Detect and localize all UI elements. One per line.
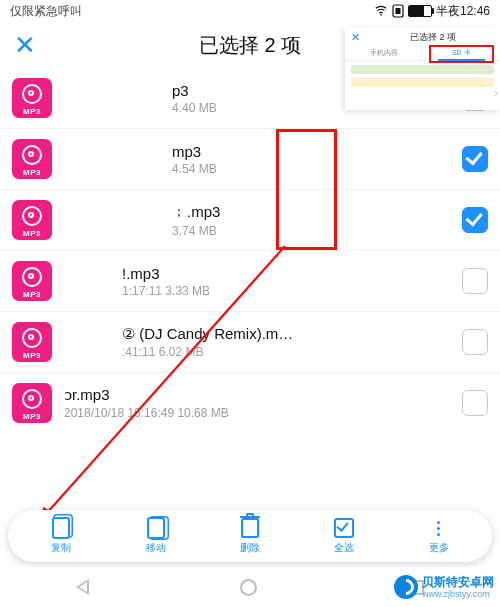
file-name: ② (DJ Candy Remix).m…	[122, 325, 462, 343]
file-text: ② (DJ Candy Remix).m…:41:11 6.02 MB	[52, 325, 462, 359]
file-name: !.mp3	[122, 265, 462, 282]
sim-icon	[392, 4, 404, 18]
file-text: ɔr.mp32018/10/18 16:16:49 10.68 MB	[52, 386, 462, 420]
copy-icon	[50, 517, 72, 539]
file-checkbox[interactable]	[462, 329, 488, 355]
move-icon	[145, 517, 167, 539]
status-right: 半夜12:46	[374, 3, 490, 20]
watermark: 贝斯特安卓网 www.zjbstyy.com	[394, 574, 494, 599]
action-more-label: 更多	[429, 541, 449, 555]
file-checkbox[interactable]	[462, 207, 488, 233]
action-delete-label: 删除	[240, 541, 260, 555]
action-bar: 复制 移动 删除 全选 更多	[8, 510, 492, 562]
nav-home-icon[interactable]	[240, 579, 257, 596]
file-row[interactable]: MP3mp34.54 MB	[0, 128, 500, 189]
action-more[interactable]: 更多	[415, 517, 463, 555]
battery-icon	[408, 5, 432, 17]
action-select-all-label: 全选	[334, 541, 354, 555]
watermark-line1: 贝斯特安卓网	[422, 575, 494, 589]
file-meta: 2018/10/18 16:16:49 10.68 MB	[64, 406, 462, 420]
select-all-icon	[333, 517, 355, 539]
close-icon[interactable]: ✕	[14, 32, 36, 58]
svg-rect-2	[395, 8, 400, 14]
file-row[interactable]: MP3ɔr.mp32018/10/18 16:16:49 10.68 MB	[0, 372, 500, 433]
inset-highlight	[429, 45, 495, 63]
file-meta: :41:11 6.02 MB	[122, 345, 462, 359]
mp3-icon: MP3	[12, 200, 52, 240]
mp3-icon: MP3	[12, 322, 52, 362]
file-row[interactable]: MP3② (DJ Candy Remix).m…:41:11 6.02 MB	[0, 311, 500, 372]
inset-title: 已选择 2 项	[366, 31, 500, 44]
svg-point-0	[380, 13, 382, 15]
action-copy-label: 复制	[51, 541, 71, 555]
inset-close-icon: ✕	[351, 31, 360, 44]
inset-bar-2	[351, 78, 494, 87]
action-copy[interactable]: 复制	[37, 517, 85, 555]
action-delete[interactable]: 删除	[226, 517, 274, 555]
file-checkbox[interactable]	[462, 146, 488, 172]
file-list: MP3p34.40 MBMP3mp34.54 MBMP3﹔.mp3 3.74 M…	[0, 68, 500, 541]
inset-tab-left: 手机内容	[345, 46, 423, 60]
mp3-icon: MP3	[12, 261, 52, 301]
trash-icon	[239, 517, 261, 539]
file-row[interactable]: MP3﹔.mp3 3.74 MB	[0, 189, 500, 250]
status-left-text: 仅限紧急呼叫	[10, 3, 82, 20]
inset-preview: ✕ 已选择 2 项 手机内容 SD 卡 ›	[345, 28, 500, 110]
action-move[interactable]: 移动	[132, 517, 180, 555]
wifi-icon	[374, 3, 388, 17]
file-row[interactable]: MP3!.mp31:17:11 3.33 MB	[0, 250, 500, 311]
status-bar: 仅限紧急呼叫 半夜12:46	[0, 0, 500, 22]
mp3-icon: MP3	[12, 78, 52, 118]
file-checkbox[interactable]	[462, 390, 488, 416]
status-time: 半夜12:46	[436, 3, 490, 20]
file-text: ﹔.mp3 3.74 MB	[52, 203, 462, 238]
file-meta: 1:17:11 3.33 MB	[122, 284, 462, 298]
action-select-all[interactable]: 全选	[320, 517, 368, 555]
more-icon	[428, 517, 450, 539]
highlight-checkboxes	[276, 129, 337, 250]
inset-tab-right: SD 卡	[423, 46, 501, 60]
watermark-line2: www.zjbstyy.com	[422, 589, 494, 599]
nav-back-icon[interactable]	[76, 579, 89, 595]
inset-chevron-icon: ›	[494, 86, 498, 100]
mp3-icon: MP3	[12, 139, 52, 179]
file-name: ɔr.mp3	[64, 386, 462, 404]
file-text: !.mp31:17:11 3.33 MB	[52, 265, 462, 298]
file-text: mp34.54 MB	[52, 143, 462, 176]
inset-bar-1	[351, 65, 494, 74]
watermark-logo-icon	[394, 575, 418, 599]
file-checkbox[interactable]	[462, 268, 488, 294]
action-move-label: 移动	[146, 541, 166, 555]
mp3-icon: MP3	[12, 383, 52, 423]
